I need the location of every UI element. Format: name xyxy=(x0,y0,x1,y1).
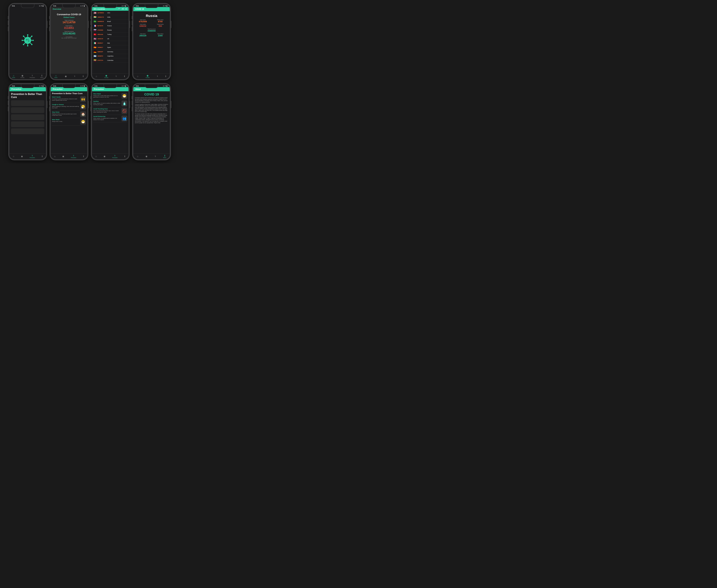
svg-line-16 xyxy=(30,37,31,38)
globe-icon: ◉ xyxy=(104,155,106,158)
country-row-usa[interactable]: 🇺🇸 32789653 USA xyxy=(92,11,129,15)
nav-precaution[interactable]: ⚕ Precaution xyxy=(29,74,35,78)
country-row-argentina[interactable]: 🇦🇷 2845872 Argentina xyxy=(92,54,129,58)
about-header: About xyxy=(133,87,170,91)
precaution-desc-mask: Always wear a mask while going outside a… xyxy=(93,95,121,98)
flag-russia: 🇷🇺 xyxy=(93,29,96,31)
nav-about[interactable]: ℹ About xyxy=(40,74,43,78)
nav-precaution[interactable]: ⚕ xyxy=(115,75,117,78)
precaution-header-label: Precaution xyxy=(94,88,104,90)
menu-icon[interactable]: ☰ xyxy=(125,8,127,10)
nav-home[interactable]: ⌂ Home xyxy=(55,74,58,78)
country-row-turkey[interactable]: 🇹🇷 4591416 Turkey xyxy=(92,32,129,37)
country-row-italy[interactable]: 🇮🇹 3949517 Italy xyxy=(92,41,129,45)
nav-precaution[interactable]: ⚕ xyxy=(74,75,75,78)
nav-country[interactable]: ◉ xyxy=(146,155,147,158)
nav-about[interactable]: ℹ xyxy=(83,155,84,158)
nav-about[interactable]: ℹ About xyxy=(163,154,166,158)
svg-point-5 xyxy=(27,34,28,36)
nav-about[interactable]: ℹ xyxy=(124,75,125,78)
svg-point-11 xyxy=(32,40,34,41)
nav-home[interactable]: ⌂ Home xyxy=(12,74,15,78)
nav-home[interactable]: ⌂ xyxy=(137,75,138,78)
country-row-india[interactable]: 🇮🇳 16960172 India xyxy=(92,15,129,19)
total-recovered-cell: Total Recovered 4388008 xyxy=(135,28,169,32)
nav-country[interactable]: ◉ Country xyxy=(104,74,108,78)
nav-about[interactable]: ℹ xyxy=(165,75,166,78)
nav-precaution[interactable]: ⚕ Precaution xyxy=(112,154,117,158)
recovered-value: 125146345 xyxy=(63,32,75,35)
status-icons: ▪▪▪ ▾ ▮ xyxy=(39,5,43,7)
country-row-france[interactable]: 🇫🇷 5473579 France xyxy=(92,24,129,28)
battery-icon: ▮ xyxy=(125,5,126,7)
card-4 xyxy=(11,121,44,127)
nav-home[interactable]: ⌂ xyxy=(137,155,138,158)
precaution-icon-hands: 🙌 xyxy=(80,96,86,102)
side-btn xyxy=(88,101,89,108)
side-btn xyxy=(132,101,132,105)
status-bar: 9:41 ▪▪▪ ▾ ▮ xyxy=(133,4,170,7)
wifi-icon: ▾ xyxy=(124,5,125,7)
battery-icon: ▮ xyxy=(167,85,167,87)
nav-home[interactable]: ⌂ xyxy=(96,75,97,78)
info-icon: ℹ xyxy=(83,155,84,158)
flag-italy: 🇮🇹 xyxy=(93,42,96,44)
cases-brazil: 14308215 xyxy=(97,21,106,22)
info-icon: ℹ xyxy=(42,155,43,158)
nav-country[interactable]: ◉ xyxy=(62,155,64,158)
cases-spain: 3468617 xyxy=(97,47,106,48)
nav-home[interactable]: ⌂ xyxy=(54,155,56,158)
precaution-header-7: Precaution xyxy=(92,87,129,91)
nav-country[interactable]: ◉ xyxy=(21,155,23,158)
signal-icon: ▪▪▪ xyxy=(39,5,41,7)
country-row-russia[interactable]: 🇷🇺 4762569 Russia xyxy=(92,28,129,32)
home-icon: ⌂ xyxy=(96,75,97,78)
country-row-spain[interactable]: 🇪🇸 3468617 Spain xyxy=(92,45,129,50)
time: 9:41 xyxy=(12,5,15,7)
nav-precaution[interactable]: ⚕ xyxy=(157,75,158,78)
countries-count: 221 countries xyxy=(94,8,105,10)
mask-icon: ⚕ xyxy=(114,154,115,157)
nav-precaution[interactable]: ⚕ Precaution xyxy=(29,154,35,158)
globe-icon: ◉ xyxy=(21,155,23,158)
mask-icon: ⚕ xyxy=(157,75,158,78)
nav-country-label: Country xyxy=(146,77,150,78)
globe-icon: ◉ xyxy=(146,155,147,158)
side-btn xyxy=(132,106,132,111)
info-icon: ℹ xyxy=(41,74,42,77)
nav-about[interactable]: ℹ xyxy=(42,155,43,158)
precaution-title-face: Avoid Touching Face xyxy=(93,108,121,110)
svg-point-3 xyxy=(28,39,29,40)
name-france: France xyxy=(107,25,112,26)
nav-country[interactable]: ◉ xyxy=(65,75,67,78)
total-cases-value: 4762569 xyxy=(135,20,151,23)
country-row-uk[interactable]: 🇬🇧 4403170 UK xyxy=(92,37,129,41)
precaution-item-social: Social Distancing While outside, it is a… xyxy=(93,115,127,122)
search-icon[interactable]: 🔍 xyxy=(118,8,121,10)
country-row-brazil[interactable]: 🇧🇷 14308215 Brazil xyxy=(92,19,129,24)
nav-about[interactable]: ℹ xyxy=(83,75,84,78)
nav-precaution[interactable]: ⚕ Precaution xyxy=(71,154,76,158)
globe-icon: ◉ xyxy=(105,74,107,77)
precaution-item-text-sneeze: Cough or Sneeze While coughing or sneezi… xyxy=(52,104,80,109)
about-title: COVID 19 xyxy=(135,92,168,96)
nav-country[interactable]: ◉ Country xyxy=(146,74,150,78)
nav-about[interactable]: ℹ xyxy=(124,155,125,158)
today-deaths-value: 332 xyxy=(152,25,169,27)
nav-country[interactable]: ◉ xyxy=(104,155,106,158)
mask-icon: ⚕ xyxy=(115,75,117,78)
last-updated: Last Updated Sun, 25 Apr 2021 01:53:22 p… xyxy=(62,36,77,39)
nav-home[interactable]: ⌂ xyxy=(13,155,14,158)
detail-header-title: COVID 19 xyxy=(135,8,144,10)
nav-precaution-label: Precaution xyxy=(29,77,35,78)
sort-icon[interactable]: AZ xyxy=(122,8,124,10)
nav-country[interactable]: ◉ Country xyxy=(21,74,24,78)
country-row-germany[interactable]: 🇩🇪 3286187 Germany xyxy=(92,50,129,54)
globe-icon: ◉ xyxy=(147,74,149,77)
nav-precaution[interactable]: ⚕ xyxy=(155,155,156,158)
bottom-nav-5: ⌂ ◉ ⚕ Precaution ℹ xyxy=(9,153,46,159)
nav-home[interactable]: ⌂ xyxy=(95,155,97,158)
country-row-colombia[interactable]: 🇨🇴 2757274 Colombia xyxy=(92,58,129,63)
precaution-item-text-home: Stay Home Staying at home is the best po… xyxy=(52,111,80,116)
precaution-item-text-mask-partial: Wear Mask Always wear a mask... xyxy=(52,119,80,122)
